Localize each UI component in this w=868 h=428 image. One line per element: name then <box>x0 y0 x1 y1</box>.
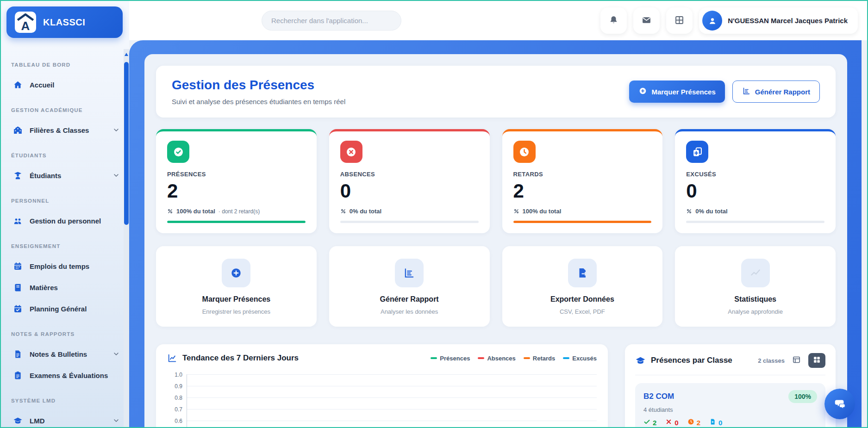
sidebar-item-label: Accueil <box>30 81 54 89</box>
sidebar-scrollbar[interactable] <box>124 49 129 427</box>
legend-label: Excusés <box>572 355 597 362</box>
book-icon <box>13 283 23 292</box>
brand-logo[interactable]: A KLASSCI <box>6 6 123 38</box>
legend-absences[interactable]: Absences <box>478 355 515 362</box>
page-header-card: Gestion des Présences Suivi et analyse d… <box>156 66 836 118</box>
list-view-button[interactable] <box>790 354 803 367</box>
sidebar-item-lmd[interactable]: LMD <box>1 410 129 428</box>
legend-presences[interactable]: Présences <box>431 355 470 362</box>
search-input[interactable] <box>262 11 401 31</box>
copy-plus-icon <box>686 141 708 163</box>
brand-name: KLASSCI <box>43 17 85 28</box>
notifications-button[interactable] <box>600 7 627 34</box>
sidebar-nav: TABLEAU DE BORD Accueil GESTION ACADÉMIQ… <box>1 62 129 428</box>
stat-progress-track <box>167 221 306 223</box>
stat-label: ABSENCES <box>340 171 479 178</box>
stat-progress-track <box>686 221 824 223</box>
topbar: N'GUESSAN Marcel Jacques Patrick <box>129 1 867 40</box>
percent-icon <box>513 208 519 214</box>
stat-progress-track <box>513 221 652 223</box>
legend-swatch <box>478 357 484 359</box>
section-label-notes-rapports: NOTES & RAPPORTS <box>1 331 129 337</box>
counter-value: 0 <box>718 419 722 427</box>
marquer-presences-button[interactable]: Marquer Présences <box>629 81 724 103</box>
percent-icon <box>340 208 346 214</box>
sidebar-item-label: LMD <box>30 417 45 425</box>
user-menu[interactable]: N'GUESSAN Marcel Jacques Patrick <box>699 7 858 34</box>
action-statistiques[interactable]: Statistiques Analyse approfondie <box>675 246 836 327</box>
sidebar-scrollbar-thumb[interactable] <box>124 62 129 225</box>
check-icon <box>643 418 650 427</box>
y-tick: 0.6 <box>167 418 182 427</box>
action-generer-rapport[interactable]: Générer Rapport Analyser les données <box>329 246 490 327</box>
scrollbar-up-arrow[interactable] <box>125 53 128 56</box>
plus-circle-icon <box>222 259 250 287</box>
section-label-etudiants: ÉTUDIANTS <box>1 153 129 158</box>
y-tick: 1.0 <box>167 372 182 383</box>
legend-swatch <box>524 357 530 359</box>
sidebar-item-label: Planning Général <box>30 305 87 313</box>
user-name: N'GUESSAN Marcel Jacques Patrick <box>728 17 848 25</box>
y-tick: 0.7 <box>167 406 182 418</box>
legend-excuses[interactable]: Excusés <box>563 355 597 362</box>
page-scrollbar[interactable] <box>862 40 867 427</box>
stat-percent-text: 100% du total <box>176 208 215 215</box>
class-item-b2-com[interactable]: B2 COM 100% 4 étudiants 2 <box>635 383 825 427</box>
sidebar-item-etudiants[interactable]: Étudiants <box>1 165 129 186</box>
classes-panel-title: Présences par Classe <box>651 356 732 365</box>
sidebar-item-filieres-classes[interactable]: Filières & Classes <box>1 119 129 141</box>
late-counter: 2 <box>687 418 700 427</box>
check-circle-icon <box>167 141 189 163</box>
page-title: Gestion des Présences <box>172 78 345 93</box>
chart-title: Tendance des 7 Derniers Jours <box>182 354 299 363</box>
sidebar-item-matieres[interactable]: Matières <box>1 277 129 298</box>
class-students-count: 4 étudiants <box>643 406 817 413</box>
sidebar-item-label: Notes & Bulletins <box>30 350 87 358</box>
action-exporter-donnees[interactable]: Exporter Données CSV, Excel, PDF <box>502 246 663 327</box>
attendance-dashboard: A KLASSCI TABLEAU DE BORD Accueil GESTIO… <box>0 0 868 428</box>
sidebar-item-label: Filières & Classes <box>30 126 89 134</box>
legend-swatch <box>563 357 569 359</box>
sidebar-item-notes-bulletins[interactable]: Notes & Bulletins <box>1 343 129 365</box>
legend-label: Retards <box>533 355 555 362</box>
sidebar-item-planning-general[interactable]: Planning Général <box>1 298 129 319</box>
avatar <box>702 11 722 31</box>
school-icon <box>13 125 23 135</box>
file-plus-icon <box>709 418 716 427</box>
legend-swatch <box>431 357 437 359</box>
y-tick: 0.8 <box>167 395 182 406</box>
stat-value: 0 <box>340 181 479 201</box>
content: Gestion des Présences Suivi et analyse d… <box>129 40 867 427</box>
section-label-enseignement: ENSEIGNEMENT <box>1 243 129 249</box>
apps-button[interactable] <box>666 7 693 34</box>
action-subtitle: CSV, Excel, PDF <box>512 308 654 315</box>
chat-fab-button[interactable] <box>824 389 855 419</box>
sidebar-item-examens-evaluations[interactable]: Examens & Évaluations <box>1 365 129 386</box>
sidebar-item-gestion-personnel[interactable]: Gestion du personnel <box>1 210 129 231</box>
app-logo-icon: A <box>15 12 36 33</box>
chart-legend: Présences Absences Retards <box>431 355 597 362</box>
button-label: Marquer Présences <box>651 88 715 96</box>
generer-rapport-button[interactable]: Générer Rapport <box>732 81 820 103</box>
sidebar-item-label: Matières <box>30 284 58 292</box>
absent-counter: 0 <box>665 418 678 427</box>
sidebar-item-accueil[interactable]: Accueil <box>1 74 129 95</box>
sidebar-item-emplois-du-temps[interactable]: Emplois du temps <box>1 255 129 277</box>
users-icon <box>13 216 23 226</box>
counter-value: 0 <box>674 419 678 427</box>
button-label: Générer Rapport <box>755 88 810 96</box>
home-icon <box>13 80 23 90</box>
percent-icon <box>686 208 692 214</box>
graduation-cap-icon <box>635 355 646 366</box>
legend-label: Présences <box>440 355 470 362</box>
messages-button[interactable] <box>633 7 660 34</box>
action-marquer-presences[interactable]: Marquer Présences Enregistrer les présen… <box>156 246 317 327</box>
sidebar-item-label: Gestion du personnel <box>30 217 101 225</box>
x-icon <box>665 418 672 427</box>
grid-view-button[interactable] <box>808 353 825 368</box>
legend-retards[interactable]: Retards <box>524 355 555 362</box>
action-title: Marquer Présences <box>165 295 307 304</box>
stat-label: RETARDS <box>513 171 652 178</box>
trend-chart-card: Tendance des 7 Derniers Jours Présences … <box>156 344 608 427</box>
sidebar-item-label: Emplois du temps <box>30 262 89 270</box>
